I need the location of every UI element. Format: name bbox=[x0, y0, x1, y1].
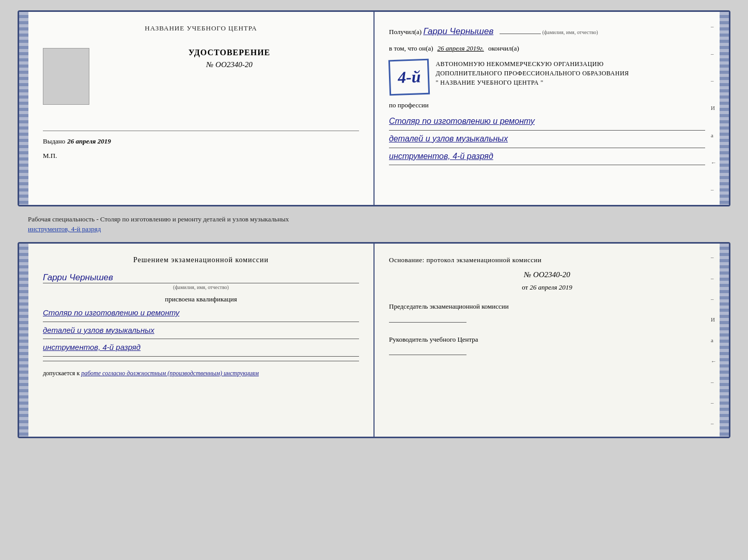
recipient-prefix: Получил(а) bbox=[389, 28, 422, 36]
doc-type-label: УДОСТОВЕРЕНИЕ bbox=[100, 48, 359, 57]
bottom-name-hint: (фамилия, имя, отчество) bbox=[43, 284, 359, 290]
top-left-title: НАЗВАНИЕ УЧЕБНОГО ЦЕНТРА bbox=[43, 24, 359, 33]
director-block: Руководитель учебного Центра bbox=[389, 335, 705, 355]
left-spine-strip bbox=[19, 12, 28, 205]
director-label: Руководитель учебного Центра bbox=[389, 335, 705, 344]
issued-date: 26 апреля 2019 bbox=[67, 137, 111, 145]
allowed-line: допускается к работе согласно должностны… bbox=[43, 370, 359, 377]
chairman-signature-line bbox=[389, 322, 466, 323]
in-that-date: 26 апреля 2019г. bbox=[438, 43, 484, 54]
right-spine-strip bbox=[720, 12, 729, 205]
bottom-left-spine-strip bbox=[19, 244, 28, 437]
mp-label: М.П. bbox=[43, 152, 359, 160]
chairman-label: Председатель экзаменационной комиссии bbox=[389, 302, 705, 311]
bottom-cert-left-page: Решением экзаменационной комиссии Гарри … bbox=[28, 244, 375, 437]
bottom-cert-right-page: Основание: протокол экзаменационной коми… bbox=[375, 244, 720, 437]
finished-label: окончил(а) bbox=[488, 43, 519, 54]
allowed-text: работе согласно должностным (производств… bbox=[81, 370, 259, 377]
profession-line1: Столяр по изготовлению и ремонту bbox=[389, 114, 705, 129]
photo-placeholder bbox=[43, 48, 89, 105]
protocol-number: № OO2340-20 bbox=[389, 270, 705, 279]
top-cert-left-page: НАЗВАНИЕ УЧЕБНОГО ЦЕНТРА УДОСТОВЕРЕНИЕ №… bbox=[28, 12, 375, 205]
doc-number: № OO2340-20 bbox=[100, 60, 359, 69]
top-certificate: НАЗВАНИЕ УЧЕБНОГО ЦЕНТРА УДОСТОВЕРЕНИЕ №… bbox=[18, 10, 730, 206]
bottom-right-spine-strip bbox=[720, 244, 729, 437]
stamp-big-text: 4-й bbox=[397, 63, 421, 91]
basis-label: Основание: протокол экзаменационной коми… bbox=[389, 256, 705, 264]
stamp-block: 4-й bbox=[388, 59, 430, 96]
caption-line2: инструментов, 4-й разряд bbox=[23, 224, 725, 234]
protocol-date: от 26 апреля 2019 bbox=[389, 283, 705, 292]
profession-line2: деталей и узлов музыкальных bbox=[389, 132, 705, 147]
caption-area: Рабочая специальность - Столяр по изгото… bbox=[18, 215, 730, 234]
side-markers-right: – – – И а ← – bbox=[711, 22, 716, 195]
issued-label: Выдано bbox=[43, 137, 65, 145]
bottom-name: Гарри Чернышев bbox=[43, 273, 113, 282]
qualification-line3: инструментов, 4-й разряд bbox=[43, 340, 359, 355]
bottom-certificate: Решением экзаменационной комиссии Гарри … bbox=[18, 242, 730, 438]
stamp-line3: ДОПОЛНИТЕЛЬНОГО ПРОФЕССИОНАЛЬНОГО ОБРАЗО… bbox=[435, 69, 629, 78]
assigned-label: присвоена квалификация bbox=[43, 295, 359, 303]
stamp-line4: " НАЗВАНИЕ УЧЕБНОГО ЦЕНТРА " bbox=[435, 78, 629, 87]
profession-label-top: по профессии bbox=[389, 101, 429, 109]
qualification-line2: деталей и узлов музыкальных bbox=[43, 323, 359, 338]
recipient-hint: (фамилия, имя, отчество) bbox=[542, 29, 598, 35]
in-that-prefix: в том, что он(а) bbox=[389, 43, 433, 54]
top-cert-right-page: Получил(а) Гарри Чернышев (фамилия, имя,… bbox=[375, 12, 720, 205]
caption-line1: Рабочая специальность - Столяр по изгото… bbox=[23, 215, 725, 224]
protocol-date-value: 26 апреля 2019 bbox=[530, 283, 572, 291]
chairman-block: Председатель экзаменационной комиссии bbox=[389, 302, 705, 322]
profession-line3: инструментов, 4-й разряд bbox=[389, 149, 705, 164]
recipient-name: Гарри Чернышев bbox=[423, 26, 493, 36]
document-container: НАЗВАНИЕ УЧЕБНОГО ЦЕНТРА УДОСТОВЕРЕНИЕ №… bbox=[18, 10, 730, 438]
exam-commission-title: Решением экзаменационной комиссии bbox=[43, 256, 359, 264]
qualification-line1: Столяр по изготовлению и ремонту bbox=[43, 306, 359, 321]
bottom-side-markers: – – – И а ← – – – bbox=[711, 254, 716, 426]
director-signature-line bbox=[389, 355, 466, 355]
stamp-line2: АВТОНОМНУЮ НЕКОММЕРЧЕСКУЮ ОРГАНИЗАЦИЮ bbox=[435, 59, 629, 69]
